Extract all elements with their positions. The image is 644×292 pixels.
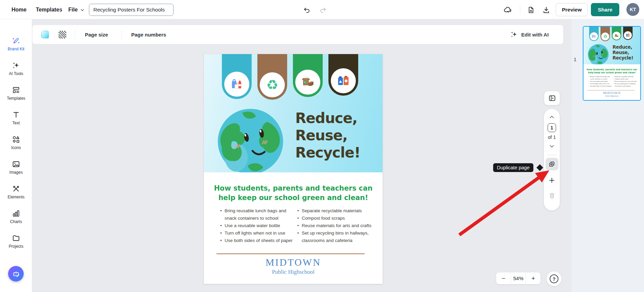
- image-icon: [12, 160, 20, 168]
- bullet-list-right: Separate recyclable materials Compost fo…: [297, 207, 373, 244]
- sidebar-item-ai-tools[interactable]: AI Tools: [0, 56, 32, 81]
- poster-sky-background: ♻: [583, 27, 640, 64]
- help-button[interactable]: ?: [547, 271, 561, 286]
- sidebar-item-images[interactable]: Images: [0, 155, 32, 179]
- recycle-bin-cardboard: [612, 27, 621, 40]
- zoom-level[interactable]: 54%: [511, 272, 526, 284]
- delete-page-button[interactable]: [546, 190, 558, 202]
- bullet-text: Turn off lights when not in use: [590, 83, 609, 84]
- elements-icon: [12, 185, 20, 193]
- plastic-waste-icon: [229, 77, 244, 92]
- cloud-sync-button[interactable]: [502, 4, 513, 16]
- insights-button[interactable]: [525, 4, 536, 16]
- duplicate-page-button[interactable]: [546, 158, 558, 170]
- next-page-button[interactable]: [548, 142, 556, 150]
- page-numbers-button[interactable]: Page numbers: [131, 25, 166, 44]
- bullet-text: Use a reusable water bottle: [225, 223, 280, 228]
- previous-page-button[interactable]: [548, 113, 556, 121]
- poster-sky-background: ♻ Reduce, Reuse,: [204, 54, 383, 172]
- bullet-item: Compost food scraps: [297, 215, 373, 222]
- toolbar-divider: [121, 30, 121, 39]
- pattern-swatch[interactable]: [59, 31, 66, 39]
- document-title-input[interactable]: [89, 4, 174, 16]
- waste-bins-icon: [625, 33, 630, 38]
- poster-bullet-columns: Bring reusable lunch bags and snack cont…: [583, 75, 640, 87]
- zoom-in-button[interactable]: +: [526, 272, 540, 284]
- recycle-bin-recyclables: ♻: [600, 27, 610, 41]
- poster-heading-line: help keep our school green and clean!: [204, 193, 383, 202]
- header-divider: [60, 6, 60, 14]
- school-logo-subtitle: Public Highschool: [204, 269, 383, 275]
- download-icon: [542, 6, 550, 14]
- sidebar-item-charts[interactable]: Charts: [0, 204, 32, 229]
- editor-toolbar: Page size Page numbers Edit with AI: [32, 25, 563, 44]
- shapes-icon: [12, 135, 20, 144]
- earth-character: [588, 44, 609, 65]
- poster-heading-line: help keep our school green and clean!: [583, 71, 640, 74]
- sidebar-item-brand-kit[interactable]: Brand Kit: [0, 31, 32, 56]
- school-logo: MIDTOWN Public Highschool: [583, 91, 640, 97]
- poster-title-line: Recycle!: [613, 55, 633, 61]
- plastic-waste-icon: [592, 34, 596, 39]
- bullet-text: Set up recycling bins in hallways, class…: [615, 83, 636, 87]
- folder-icon: [12, 234, 20, 242]
- background-color-swatch[interactable]: [41, 31, 49, 39]
- bullet-text: Use both sides of sheets of paper: [225, 238, 293, 243]
- bullet-list-right: Separate recyclable materials Compost fo…: [613, 75, 638, 87]
- zoom-out-button[interactable]: −: [496, 272, 511, 284]
- sidebar-item-projects[interactable]: Projects: [0, 229, 32, 253]
- recycle-bin-mixed: [623, 27, 632, 40]
- redo-button[interactable]: [317, 4, 329, 16]
- bullet-text: Compost food scraps: [302, 216, 345, 221]
- page-size-button[interactable]: Page size: [85, 25, 108, 44]
- sidebar-item-icons[interactable]: Icons: [0, 130, 32, 155]
- poster-title-line: Reduce,: [613, 44, 633, 50]
- preview-button[interactable]: Preview: [556, 3, 588, 16]
- page-navigation-pill: 1 of 1: [544, 109, 560, 211]
- recycle-bin-plastic: [589, 27, 599, 41]
- bullet-text: Separate recyclable materials: [302, 208, 362, 213]
- top-header: Home Templates File Preview Share KT: [0, 0, 644, 19]
- school-logo-title: MIDTOWN: [583, 91, 640, 95]
- sidebar-item-elements[interactable]: Elements: [0, 179, 32, 204]
- page-thumbnail[interactable]: ♻: [583, 26, 641, 101]
- open-pages-panel-button[interactable]: [544, 91, 560, 105]
- user-avatar[interactable]: KT: [626, 3, 639, 16]
- bullet-item: Use both sides of sheets of paper: [589, 85, 612, 87]
- edit-with-ai-label: Edit with AI: [521, 32, 549, 38]
- file-menu[interactable]: File: [68, 0, 85, 19]
- poster-title-line: Recycle!: [295, 144, 360, 161]
- cloud-check-icon: [503, 5, 512, 14]
- chevron-up-icon: [549, 114, 555, 120]
- edit-with-ai-button[interactable]: Edit with AI: [510, 25, 549, 44]
- bullet-text: Use a reusable water bottle: [590, 80, 607, 82]
- header-divider: [520, 6, 520, 14]
- bullet-text: Reuse materials for arts and crafts: [615, 80, 637, 82]
- waste-bins-icon: [336, 73, 351, 88]
- add-page-button[interactable]: [546, 174, 558, 186]
- nav-templates[interactable]: Templates: [36, 0, 62, 19]
- bullet-list-left: Bring reusable lunch bags and snack cont…: [220, 207, 294, 244]
- share-button[interactable]: Share: [591, 3, 619, 16]
- poster-body: How students, parents and teachers can h…: [204, 172, 383, 284]
- recycle-bin-cardboard: [293, 54, 323, 97]
- undo-button[interactable]: [301, 4, 313, 16]
- nav-home[interactable]: Home: [12, 0, 26, 19]
- current-page-input[interactable]: 1: [548, 123, 556, 132]
- logo-divider-line: [588, 90, 635, 91]
- sidebar-item-label: Images: [9, 170, 23, 175]
- download-button[interactable]: [540, 4, 552, 16]
- bullet-item: Use both sides of sheets of paper: [220, 237, 294, 244]
- left-sidebar: Brand Kit AI Tools Templates Text Icons …: [0, 19, 32, 292]
- poster-page[interactable]: ♻ Reduce, Reuse,: [204, 54, 383, 284]
- bullet-item: Set up recycling bins in hallways, class…: [613, 82, 638, 87]
- file-menu-label: File: [68, 7, 78, 13]
- school-logo-title: MIDTOWN: [204, 257, 383, 268]
- cardboard-icon-circle: [295, 70, 320, 95]
- bullet-text: Reuse materials for arts and crafts: [302, 223, 371, 228]
- sidebar-item-templates[interactable]: Templates: [0, 81, 32, 105]
- ai-assistant-button[interactable]: [8, 266, 24, 282]
- sidebar-item-text[interactable]: Text: [0, 105, 32, 130]
- redo-icon: [319, 6, 327, 14]
- bullet-item: Bring reusable lunch bags and snack cont…: [220, 207, 294, 222]
